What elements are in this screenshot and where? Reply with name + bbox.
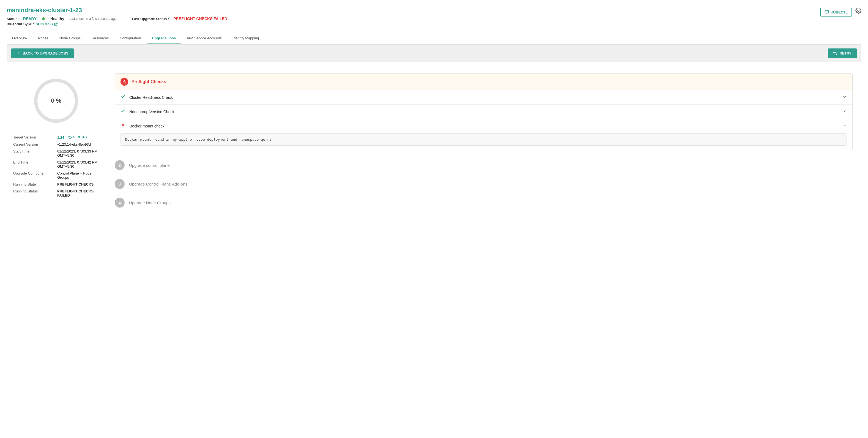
- upgrade-component-label: Upgrade Component: [13, 170, 57, 181]
- step-3-row: 3 Upgrade Control Plane Add-ons: [115, 175, 852, 193]
- table-row: Upgrade Component Control Plane + Node G…: [13, 170, 99, 181]
- check-pass-icon-2: [121, 109, 125, 115]
- back-button-label: BACK TO UPGRADE JOBS: [23, 51, 68, 55]
- kubectl-button[interactable]: KUBECTL: [820, 8, 852, 17]
- chevron-down-icon: [842, 95, 847, 100]
- table-row: Current Version v1.23.14-eks-ffeb93d: [13, 141, 99, 148]
- tab-iam-service-accounts[interactable]: IAM Service Accounts: [181, 33, 227, 44]
- step-2-circle: 2: [115, 160, 125, 170]
- kubectl-label: KUBECTL: [831, 10, 848, 14]
- toolbar: BACK TO UPGRADE JOBS RETRY: [7, 45, 861, 62]
- current-version-label: Current Version: [13, 141, 57, 148]
- error-detail-text: Docker mount found in my-app2 of type de…: [125, 137, 272, 142]
- back-to-upgrade-jobs-button[interactable]: BACK TO UPGRADE JOBS: [11, 49, 74, 58]
- table-row: End Time 01/12/2023, 07:03:42 PM GMT+5:3…: [13, 159, 99, 170]
- status-label: Status:: [7, 17, 19, 21]
- start-time-value: 01/12/2023, 07:03:33 PM GMT+5:30: [57, 148, 99, 159]
- running-state-value: PREFLIGHT CHECKS: [57, 181, 99, 188]
- healthy-dot: [42, 17, 45, 20]
- running-status-value: PREFLIGHT CHECKS FAILED: [57, 188, 99, 199]
- tab-node-groups[interactable]: Node Groups: [54, 33, 86, 44]
- blueprint-label: Blueprint Sync :: [7, 22, 34, 26]
- upgrade-component-value: Control Plane + Node Groups: [57, 170, 99, 181]
- check-nodegroup-version[interactable]: Nodegroup Version Check: [115, 105, 852, 119]
- warning-icon: [121, 78, 128, 86]
- end-time-value: 01/12/2023, 07:03:42 PM GMT+5:30: [57, 159, 99, 170]
- running-state-label: Running State: [13, 181, 57, 188]
- preflight-checks-block: Preflight Checks Cluster Readiness Check: [115, 73, 852, 150]
- step-container: Preflight Checks Cluster Readiness Check: [115, 73, 852, 212]
- target-version-value[interactable]: 1.24: [57, 136, 64, 140]
- nav-tabs: Overview Nodes Node Groups Resources Con…: [7, 33, 861, 45]
- running-status-label: Running Status: [13, 188, 57, 199]
- step-4-circle: 4: [115, 198, 125, 208]
- settings-button[interactable]: [855, 8, 861, 15]
- preflight-checks-header: Preflight Checks: [115, 74, 852, 90]
- tab-nodes[interactable]: Nodes: [32, 33, 54, 44]
- tab-upgrade-jobs[interactable]: Upgrade Jobs: [147, 33, 182, 44]
- current-version-value: v1.23.14-eks-ffeb93d: [57, 141, 99, 148]
- error-detail-box: Docker mount found in my-app2 of type de…: [121, 133, 847, 146]
- checkin-text: Last check-in a few seconds ago: [69, 17, 117, 21]
- tab-overview[interactable]: Overview: [7, 33, 32, 44]
- svg-line-0: [55, 23, 57, 24]
- left-panel: 0 % Target Version 1.24 ↻ RETRY Current …: [7, 69, 106, 216]
- check-label-nodegroup: Nodegroup Version Check: [129, 110, 842, 114]
- retry-button[interactable]: RETRY: [828, 49, 857, 58]
- progress-circle: 0 %: [34, 79, 78, 123]
- step-2-label: Upgrade control plane: [129, 163, 170, 168]
- svg-rect-1: [825, 10, 828, 13]
- step-3-label: Upgrade Control Plane Add-ons: [129, 182, 187, 186]
- step-3-circle: 3: [115, 179, 125, 189]
- target-version-label: Target Version: [13, 134, 57, 141]
- status-ready: READY: [23, 17, 37, 21]
- chevron-down-icon-2: [842, 109, 847, 115]
- step-2-row: 2 Upgrade control plane: [115, 156, 852, 175]
- chevron-up-icon: [842, 123, 847, 129]
- version-retry-link[interactable]: ↻ RETRY: [68, 135, 88, 139]
- main-content: 0 % Target Version 1.24 ↻ RETRY Current …: [7, 62, 861, 223]
- last-upgrade-label: Last Upgrade Status :: [132, 17, 169, 21]
- check-label-docker: Docker mount check: [129, 124, 842, 128]
- cluster-title: manindra-eks-cluster-1-23: [7, 7, 227, 14]
- progress-circle-wrap: 0 %: [13, 79, 99, 123]
- info-table: Target Version 1.24 ↻ RETRY Current Vers…: [13, 134, 99, 199]
- svg-point-5: [858, 10, 859, 11]
- check-fail-icon: [121, 123, 125, 129]
- step-4-label: Upgrade Node Groups: [129, 200, 170, 205]
- tab-configuration[interactable]: Configuration: [114, 33, 146, 44]
- table-row: Running State PREFLIGHT CHECKS: [13, 181, 99, 188]
- blueprint-success-link[interactable]: SUCCESS: [36, 22, 58, 26]
- table-row: Target Version 1.24 ↻ RETRY: [13, 134, 99, 141]
- tab-resources[interactable]: Resources: [86, 33, 114, 44]
- preflight-title: Preflight Checks: [131, 79, 166, 84]
- last-upgrade-value: PREFLIGHT CHECKS FAILED: [173, 17, 227, 21]
- start-time-label: Start Time: [13, 148, 57, 159]
- check-label-cluster: Cluster Readiness Check: [129, 95, 842, 100]
- table-row: Running Status PREFLIGHT CHECKS FAILED: [13, 188, 99, 199]
- end-time-label: End Time: [13, 159, 57, 170]
- step-4-row: 4 Upgrade Node Groups: [115, 193, 852, 212]
- check-pass-icon: [121, 94, 125, 100]
- check-docker-mount[interactable]: Docker mount check: [115, 119, 852, 133]
- healthy-text: Healthy: [50, 17, 64, 21]
- table-row: Start Time 01/12/2023, 07:03:33 PM GMT+5…: [13, 148, 99, 159]
- tab-identity-mapping[interactable]: Identity Mapping: [227, 33, 265, 44]
- retry-button-label: RETRY: [839, 51, 851, 55]
- right-panel: Preflight Checks Cluster Readiness Check: [106, 69, 861, 216]
- check-cluster-readiness[interactable]: Cluster Readiness Check: [115, 90, 852, 105]
- progress-percent: 0 %: [51, 97, 61, 104]
